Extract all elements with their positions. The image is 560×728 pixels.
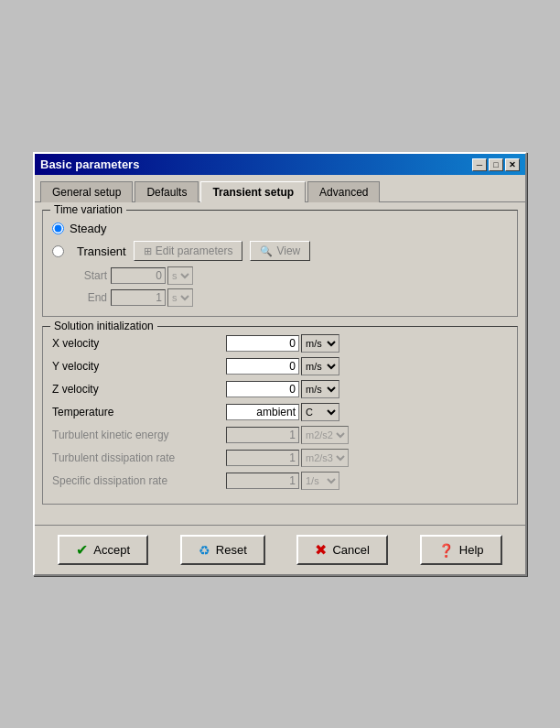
view-button[interactable]: 🔍 View <box>250 241 310 261</box>
tab-defaults[interactable]: Defaults <box>135 181 199 202</box>
start-unit-select[interactable]: s <box>167 266 193 285</box>
help-icon: ❓ <box>438 543 454 558</box>
sdr-input[interactable] <box>226 473 299 489</box>
cancel-icon: ✖ <box>315 541 327 559</box>
xvel-row: X velocity m/s <box>52 334 508 353</box>
yvel-label: Y velocity <box>52 360 226 373</box>
temp-unit-select[interactable]: C <box>301 403 339 421</box>
tab-transient-setup[interactable]: Transient setup <box>200 181 306 202</box>
tdr-label: Turbulent dissipation rate <box>52 451 226 464</box>
maximize-button[interactable]: □ <box>489 158 503 171</box>
end-input[interactable] <box>111 289 166 306</box>
sdr-label: Specific dissipation rate <box>52 474 226 487</box>
yvel-input[interactable] <box>226 358 299 375</box>
temp-label: Temperature <box>52 406 226 418</box>
time-variation-group: Time variation Steady Transient ⊞ Edit p… <box>42 210 518 317</box>
tke-row: Turbulent kinetic energy m2/s2 <box>52 426 508 444</box>
solution-init-group: Solution initialization X velocity m/s Y… <box>42 326 518 505</box>
accept-icon: ✔ <box>76 541 88 559</box>
transient-label[interactable]: Transient <box>77 244 126 258</box>
solution-init-label: Solution initialization <box>50 320 157 332</box>
edit-params-button[interactable]: ⊞ Edit parameters <box>134 241 243 261</box>
steady-radio[interactable] <box>52 223 64 234</box>
tdr-row: Turbulent dissipation rate m2/s3 <box>52 449 508 467</box>
xvel-label: X velocity <box>52 337 226 350</box>
zvel-input[interactable] <box>226 381 299 397</box>
main-window: Basic parameters ─ □ ✕ General setup Def… <box>33 152 527 576</box>
view-icon: 🔍 <box>260 245 273 257</box>
end-row: End s <box>52 288 508 307</box>
zvel-row: Z velocity m/s <box>52 380 508 398</box>
zvel-label: Z velocity <box>52 383 226 396</box>
start-label: Start <box>70 269 107 282</box>
temp-row: Temperature C <box>52 403 508 421</box>
tab-bar: General setup Defaults Transient setup A… <box>35 175 525 201</box>
sdr-row: Specific dissipation rate 1/s <box>52 472 508 490</box>
reset-button[interactable]: ♻ Reset <box>180 535 265 565</box>
close-button[interactable]: ✕ <box>505 158 520 171</box>
accept-button[interactable]: ✔ Accept <box>58 535 148 565</box>
tab-advanced[interactable]: Advanced <box>307 181 380 202</box>
tab-general-setup[interactable]: General setup <box>40 181 133 202</box>
help-button[interactable]: ❓ Help <box>420 535 502 565</box>
tdr-input[interactable] <box>226 450 299 466</box>
tke-label: Turbulent kinetic energy <box>52 429 226 441</box>
reset-icon: ♻ <box>199 543 210 558</box>
title-bar-buttons: ─ □ ✕ <box>472 158 520 171</box>
time-variation-label: Time variation <box>50 203 126 216</box>
end-unit-select[interactable]: s <box>167 288 193 307</box>
title-bar: Basic parameters ─ □ ✕ <box>35 154 525 175</box>
start-row: Start s <box>52 266 508 285</box>
yvel-unit-select[interactable]: m/s <box>301 357 339 375</box>
end-label: End <box>70 291 107 304</box>
tdr-unit-select[interactable]: m2/s3 <box>301 449 349 467</box>
minimize-button[interactable]: ─ <box>472 158 487 171</box>
xvel-input[interactable] <box>226 335 299 352</box>
tke-unit-select[interactable]: m2/s2 <box>301 426 349 444</box>
footer: ✔ Accept ♻ Reset ✖ Cancel ❓ Help <box>35 525 525 574</box>
yvel-row: Y velocity m/s <box>52 357 508 375</box>
start-input[interactable] <box>111 267 166 284</box>
transient-radio[interactable] <box>52 245 64 257</box>
zvel-unit-select[interactable]: m/s <box>301 380 339 398</box>
temp-input[interactable] <box>226 404 299 420</box>
content-area: Time variation Steady Transient ⊞ Edit p… <box>35 201 525 521</box>
steady-label[interactable]: Steady <box>70 222 106 235</box>
xvel-unit-select[interactable]: m/s <box>301 334 339 353</box>
edit-params-icon: ⊞ <box>144 245 152 257</box>
steady-radio-row: Steady <box>52 222 508 235</box>
transient-radio-row: Transient ⊞ Edit parameters 🔍 View <box>52 241 508 261</box>
window-title: Basic parameters <box>40 158 139 171</box>
cancel-button[interactable]: ✖ Cancel <box>296 535 387 565</box>
sdr-unit-select[interactable]: 1/s <box>301 472 339 490</box>
tke-input[interactable] <box>226 427 299 443</box>
